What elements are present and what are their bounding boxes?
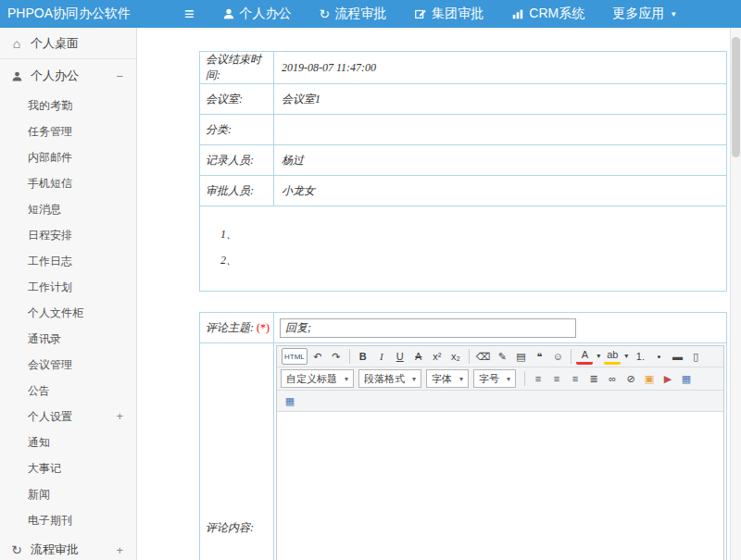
font-size-dropdown[interactable]: 字号 ▾ [473,369,516,388]
nav-group-approval[interactable]: 集团审批 [414,6,484,22]
source-button[interactable]: HTML [282,348,308,365]
subscript-button[interactable]: x₂ [447,348,464,365]
emoticon-button[interactable]: ☺ [549,348,566,365]
dropdown-caret-icon[interactable]: ▾ [595,348,602,365]
bold-button[interactable]: B [355,348,371,365]
underline-button[interactable]: U [392,348,408,365]
sidebar-item-contacts[interactable]: 通讯录 [0,326,136,352]
sidebar-item-internal-mail[interactable]: 内部邮件 [0,144,136,170]
expand-toggle[interactable]: + [116,404,123,429]
toolbar-separator [349,349,350,364]
main-content: 会议结束时间: 2019-08-07 11:47:00 会议室: 会议室1 分类… [138,28,730,560]
sidebar-item-label: 会议管理 [28,358,72,371]
note-line: 1、 [220,221,726,247]
comment-content-label: 评论内容: [200,343,274,560]
topbar: PHPOA协同办公软件 ≡ 个人办公 ↻ 流程审批 集团审批 CRM系统 更多应… [0,0,741,28]
undo-button[interactable]: ↶ [309,348,326,365]
dropdown-caret-icon[interactable]: ▾ [622,348,630,365]
heading-style-dropdown[interactable]: 自定义标题 ▾ [281,369,354,388]
chevron-down-icon: ▾ [345,375,348,383]
blockquote-button[interactable]: ❝ [531,348,547,365]
sidebar-item-label: 个人桌面 [31,35,79,52]
sidebar-item-label: 通知 [28,436,50,449]
new-page-button[interactable]: ▯ [687,348,704,365]
paragraph-format-dropdown[interactable]: 段落格式 ▾ [358,369,421,388]
highlight-color-button[interactable]: ab [604,348,621,365]
redo-button[interactable]: ↷ [328,348,345,365]
sidebar-item-news[interactable]: 新闻 [0,481,136,507]
sidebar-section-personal-office[interactable]: 个人办公 − [0,59,136,93]
italic-button[interactable]: I [373,348,390,365]
paste-button[interactable]: ▤ [512,348,529,365]
sidebar-item-attendance[interactable]: 我的考勤 [0,93,136,118]
font-family-dropdown[interactable]: 字体 ▾ [426,369,469,388]
font-color-button[interactable]: A [576,348,593,365]
nav-label: 更多应用 [612,6,664,22]
field-label: 评论主题: [206,321,254,334]
page-break-button[interactable]: ▬ [669,348,685,365]
chevron-down-icon: ▾ [459,375,463,383]
nav-personal-office[interactable]: 个人办公 [222,6,292,22]
process-flow-icon: ↻ [9,542,24,557]
vertical-scrollbar-track[interactable] [730,28,741,560]
image-button[interactable]: ▣ [641,370,658,387]
link-button[interactable]: ∞ [604,370,621,387]
unordered-list-button[interactable]: • [650,348,667,365]
required-mark: (*) [257,321,270,334]
collapse-toggle[interactable]: − [116,69,123,83]
expand-toggle[interactable]: + [116,543,123,557]
strikethrough-button[interactable]: A [410,348,427,365]
sidebar-item-work-plan[interactable]: 工作计划 [0,274,136,300]
format-brush-button[interactable]: ✎ [494,348,510,365]
field-value: 小龙女 [274,176,727,206]
sidebar-item-announcement[interactable]: 公告 [0,378,136,404]
sidebar-item-e-journal[interactable]: 电子期刊 [0,507,136,533]
save-button[interactable]: ▦ [678,370,695,387]
nav-process-approval[interactable]: ↻ 流程审批 [320,6,387,22]
sidebar-item-tasks[interactable]: 任务管理 [0,118,136,144]
align-left-button[interactable]: ≡ [530,370,546,387]
sidebar-item-label: 工作计划 [28,280,72,293]
field-label: 分类: [200,115,274,145]
comment-content-cell: HTML ↶ ↷ B I U A x² x₂ ⌫ ✎ [274,343,727,560]
sidebar-item-notice[interactable]: 通知 [0,429,136,455]
sidebar-item-milestones[interactable]: 大事记 [0,455,136,481]
vertical-scrollbar-thumb[interactable] [732,37,740,157]
table-button[interactable]: ▦ [282,392,298,409]
field-value: 会议室1 [274,84,727,115]
field-label: 会议室: [200,84,274,115]
align-right-button[interactable]: ≡ [567,370,584,387]
sidebar-item-meeting-management[interactable]: 会议管理 [0,352,136,378]
sidebar-item-sms[interactable]: 手机短信 [0,170,136,196]
sidebar-item-label: 短消息 [28,203,61,216]
ordered-list-button[interactable]: 1. [632,348,648,365]
comment-content-editable-area[interactable] [277,412,723,560]
nav-more-apps[interactable]: 更多应用 ▼ [612,6,677,22]
sidebar-item-label: 日程安排 [28,229,72,242]
comment-subject-input[interactable] [280,318,576,338]
app-title: PHPOA协同办公软件 [7,6,131,22]
sidebar-item-work-log[interactable]: 工作日志 [0,248,136,274]
comment-subject-cell [274,313,727,343]
sidebar-item-schedule[interactable]: 日程安排 [0,222,136,248]
superscript-button[interactable]: x² [429,348,446,365]
nav-label: CRM系统 [529,6,584,22]
unlink-button[interactable]: ⊘ [622,370,639,387]
sidebar-item-file-cabinet[interactable]: 个人文件柜 [0,300,136,326]
section-label: 流程审批 [31,541,79,558]
table-row: 评论主题:(*) [200,313,727,343]
table-row: 审批人员: 小龙女 [200,176,727,206]
editor-toolbar-row2: 自定义标题 ▾ 段落格式 ▾ 字体 ▾ [277,367,723,391]
remove-format-button[interactable]: ⌫ [474,348,493,365]
sidebar-item-personal-settings[interactable]: 个人设置 + [0,404,136,429]
sidebar-item-desktop[interactable]: ⌂ 个人桌面 [0,28,136,59]
hamburger-menu-icon[interactable]: ≡ [184,0,195,28]
media-button[interactable]: ▶ [659,370,676,387]
nav-crm[interactable]: CRM系统 [511,6,584,22]
align-center-button[interactable]: ≡ [548,370,565,387]
table-row: 分类: [200,115,727,145]
align-justify-button[interactable]: ≣ [585,370,602,387]
sidebar-item-label: 个人设置 [28,410,72,423]
sidebar-item-short-message[interactable]: 短消息 [0,196,136,222]
sidebar-section-process-approval[interactable]: ↻ 流程审批 + [0,533,136,560]
